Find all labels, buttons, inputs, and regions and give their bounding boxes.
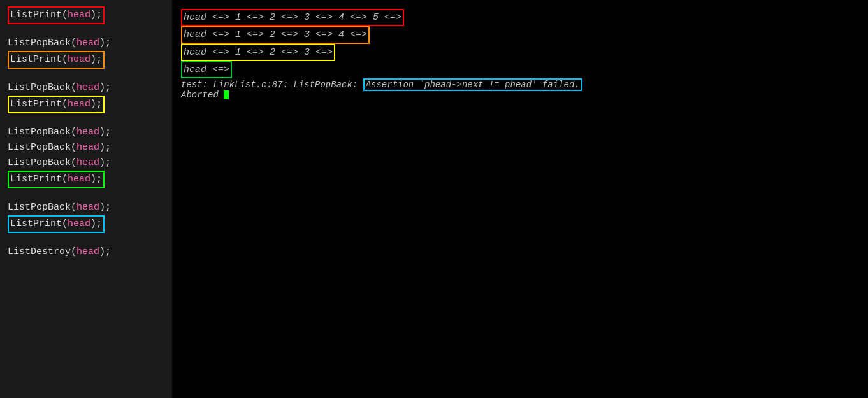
arg-head-1: head (68, 10, 90, 20)
code-line-12: ListDestroy(head); (8, 245, 164, 260)
arg-head-10: head (76, 202, 99, 213)
arg-head-4: head (76, 82, 99, 93)
code-line-3: ListPrint(head); (8, 51, 164, 69)
paren-8: ); (99, 157, 111, 168)
aborted-line: Aborted (181, 90, 859, 100)
code-line-1: ListPrint(head); (8, 6, 164, 24)
output-highlight-red: head <=> 1 <=> 2 <=> 3 <=> 4 <=> 5 <=> (181, 9, 404, 26)
highlight-green-9: ListPrint(head); (8, 171, 105, 188)
code-line-10: ListPopBack(head); (8, 200, 164, 215)
fn-listprint-1: ListPrint( (10, 10, 68, 20)
code-line-11: ListPrint(head); (8, 215, 164, 233)
fn-listpopback-7: ListPopBack( (8, 142, 76, 153)
output-line-4: head <=> (181, 61, 859, 78)
code-line-8: ListPopBack(head); (8, 155, 164, 171)
spacer-2 (8, 69, 164, 80)
output-line-2: head <=> 1 <=> 2 <=> 3 <=> 4 <=> (181, 26, 859, 43)
fn-listprint-3: ListPrint( (10, 54, 68, 65)
output-highlight-yellow: head <=> 1 <=> 2 <=> 3 <=> (181, 44, 335, 61)
fn-listprint-11: ListPrint( (10, 218, 68, 229)
fn-listpopback-4: ListPopBack( (8, 82, 76, 93)
paren-10: ); (99, 202, 111, 213)
fn-listprint-5: ListPrint( (10, 99, 68, 110)
spacer-1 (8, 24, 164, 36)
cursor-green (224, 90, 229, 99)
arg-head-7: head (76, 142, 99, 153)
output-block: head <=> 1 <=> 2 <=> 3 <=> 4 <=> 5 <=> h… (181, 9, 859, 100)
spacer-3 (8, 113, 164, 125)
arg-head-6: head (76, 127, 99, 138)
fn-listpopback-2: ListPopBack( (8, 38, 76, 48)
assert-prefix: test: LinkList.c:87: ListPopBack: (181, 80, 363, 90)
arg-head-8: head (76, 157, 99, 168)
output-highlight-orange: head <=> 1 <=> 2 <=> 3 <=> 4 <=> (181, 26, 370, 43)
fn-listpopback-10: ListPopBack( (8, 202, 76, 213)
right-panel: head <=> 1 <=> 2 <=> 3 <=> 4 <=> 5 <=> h… (172, 0, 868, 398)
paren-4: ); (99, 82, 111, 93)
paren-7: ); (99, 142, 111, 153)
arg-head-9: head (68, 174, 90, 185)
spacer-5 (8, 233, 164, 245)
paren-1: ); (90, 10, 102, 20)
highlight-orange-3: ListPrint(head); (8, 51, 105, 69)
highlight-yellow-5: ListPrint(head); (8, 96, 105, 113)
arg-head-2: head (76, 38, 99, 48)
assert-highlight: Assertion `phead->next != phead' failed. (363, 78, 582, 91)
code-line-6: ListPopBack(head); (8, 125, 164, 140)
arg-head-5: head (68, 99, 90, 110)
highlight-cyan-11: ListPrint(head); (8, 215, 105, 233)
fn-listdestroy-12: ListDestroy( (8, 246, 76, 257)
output-line-1: head <=> 1 <=> 2 <=> 3 <=> 4 <=> 5 <=> (181, 9, 859, 26)
spacer-4 (8, 188, 164, 200)
fn-listpopback-6: ListPopBack( (8, 127, 76, 138)
arg-head-12: head (76, 246, 99, 257)
assert-line: test: LinkList.c:87: ListPopBack: Assert… (181, 80, 859, 90)
paren-12: ); (99, 246, 111, 257)
left-panel: ListPrint(head); ListPopBack(head); List… (0, 0, 172, 398)
fn-listprint-9: ListPrint( (10, 174, 68, 185)
code-line-5: ListPrint(head); (8, 96, 164, 113)
paren-6: ); (99, 127, 111, 138)
output-line-3: head <=> 1 <=> 2 <=> 3 <=> (181, 44, 859, 61)
code-line-9: ListPrint(head); (8, 171, 164, 188)
paren-11: ); (90, 218, 102, 229)
code-line-4: ListPopBack(head); (8, 80, 164, 96)
paren-3: ); (90, 54, 102, 65)
arg-head-11: head (68, 218, 90, 229)
aborted-text: Aborted (181, 90, 219, 100)
paren-2: ); (99, 38, 111, 48)
fn-listpopback-8: ListPopBack( (8, 157, 76, 168)
highlight-red-1: ListPrint(head); (8, 6, 105, 24)
code-line-7: ListPopBack(head); (8, 140, 164, 155)
paren-5: ); (90, 99, 102, 110)
code-line-2: ListPopBack(head); (8, 36, 164, 51)
output-highlight-green: head <=> (181, 61, 232, 78)
arg-head-3: head (68, 54, 90, 65)
paren-9: ); (90, 174, 102, 185)
